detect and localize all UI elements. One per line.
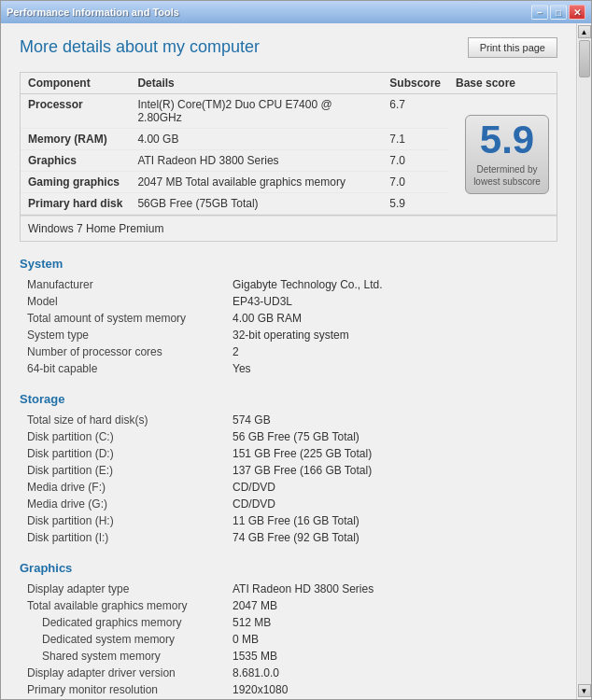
info-label: Disk partition (C:) xyxy=(20,428,225,445)
info-label: DirectX version xyxy=(20,698,225,699)
list-item: Manufacturer Gigabyte Technology Co., Lt… xyxy=(20,276,557,293)
list-item: Dedicated graphics memory 512 MB xyxy=(20,614,557,631)
info-value: 74 GB Free (92 GB Total) xyxy=(225,529,557,546)
list-item: Disk partition (H:) 11 GB Free (16 GB To… xyxy=(20,512,557,529)
row-component: Processor xyxy=(21,94,130,129)
maximize-button[interactable]: □ xyxy=(550,5,567,20)
scroll-up-button[interactable]: ▲ xyxy=(578,25,591,38)
windows-edition: Windows 7 Home Premium xyxy=(21,216,557,241)
info-value: 32-bit operating system xyxy=(225,327,557,343)
col-subscore: Subscore xyxy=(382,73,448,94)
system-info-table: Manufacturer Gigabyte Technology Co., Lt… xyxy=(20,276,557,377)
info-value: 11 GB Free (16 GB Total) xyxy=(225,512,557,529)
info-value: 1535 MB xyxy=(225,648,557,665)
row-details: ATI Radeon HD 3800 Series xyxy=(130,150,382,172)
info-label: Disk partition (I:) xyxy=(20,529,225,546)
info-value: 137 GB Free (166 GB Total) xyxy=(225,462,557,479)
scroll-thumb[interactable] xyxy=(579,40,590,77)
system-section: System Manufacturer Gigabyte Technology … xyxy=(20,257,557,377)
info-value: 0 MB xyxy=(225,631,557,648)
list-item: Disk partition (E:) 137 GB Free (166 GB … xyxy=(20,462,557,479)
graphics-section: Graphics Display adapter type ATI Radeon… xyxy=(20,561,557,699)
scrollbar[interactable]: ▲ ▼ xyxy=(576,23,591,699)
scroll-down-button[interactable]: ▼ xyxy=(578,684,591,697)
info-value: 56 GB Free (75 GB Total) xyxy=(225,428,557,445)
info-value: 574 GB xyxy=(225,412,557,428)
window-title: Performance Information and Tools xyxy=(7,7,179,18)
list-item: DirectX version DirectX 10 xyxy=(20,698,557,699)
list-item: Media drive (F:) CD/DVD xyxy=(20,479,557,496)
info-value: Gigabyte Technology Co., Ltd. xyxy=(225,276,557,293)
page-title: More details about my computer xyxy=(20,37,260,57)
base-score-label: Determined by lowest subscore xyxy=(466,163,548,188)
list-item: Dedicated system memory 0 MB xyxy=(20,631,557,648)
list-item: Disk partition (I:) 74 GB Free (92 GB To… xyxy=(20,529,557,546)
info-value: 151 GB Free (225 GB Total) xyxy=(225,445,557,462)
list-item: Total available graphics memory 2047 MB xyxy=(20,597,557,614)
print-button[interactable]: Print this page xyxy=(468,37,557,58)
list-item: Total amount of system memory 4.00 GB RA… xyxy=(20,310,557,327)
list-item: Disk partition (C:) 56 GB Free (75 GB To… xyxy=(20,428,557,445)
window-controls: − □ ✕ xyxy=(531,5,585,20)
info-label: Total size of hard disk(s) xyxy=(20,412,225,428)
storage-section-title: Storage xyxy=(20,392,557,406)
score-table-wrapper: Component Details Subscore Base score Pr… xyxy=(20,72,557,216)
info-value: EP43-UD3L xyxy=(225,293,557,310)
list-item: Primary monitor resolution 1920x1080 xyxy=(20,681,557,698)
info-label: Total amount of system memory xyxy=(20,310,225,327)
row-details: 2047 MB Total available graphics memory xyxy=(130,172,382,193)
info-label: Disk partition (D:) xyxy=(20,445,225,462)
base-score-value: 5.9 xyxy=(480,120,534,160)
row-subscore: 7.0 xyxy=(382,150,448,172)
list-item: Disk partition (D:) 151 GB Free (225 GB … xyxy=(20,445,557,462)
info-label: Disk partition (E:) xyxy=(20,462,225,479)
graphics-info-table: Display adapter type ATI Radeon HD 3800 … xyxy=(20,581,557,699)
performance-table: Component Details Subscore Base score Pr… xyxy=(21,73,557,215)
row-subscore: 5.9 xyxy=(382,193,448,215)
info-label: Number of processor cores xyxy=(20,343,225,360)
storage-section: Storage Total size of hard disk(s) 574 G… xyxy=(20,392,557,546)
row-subscore: 6.7 xyxy=(382,94,448,129)
col-component: Component xyxy=(21,73,130,94)
info-label: 64-bit capable xyxy=(20,360,225,377)
base-score-badge: 5.9 Determined by lowest subscore xyxy=(465,115,549,194)
list-item: Model EP43-UD3L xyxy=(20,293,557,310)
info-value: 8.681.0.0 xyxy=(225,665,557,681)
row-component: Memory (RAM) xyxy=(21,129,130,150)
main-window: Performance Information and Tools − □ ✕ … xyxy=(0,0,592,700)
info-value: CD/DVD xyxy=(225,479,557,496)
info-label: Dedicated graphics memory xyxy=(20,614,225,631)
info-label: Disk partition (H:) xyxy=(20,512,225,529)
system-section-title: System xyxy=(20,257,557,271)
windows-edition-row: Windows 7 Home Premium xyxy=(20,216,557,242)
list-item: Total size of hard disk(s) 574 GB xyxy=(20,412,557,428)
row-component: Primary hard disk xyxy=(21,193,130,215)
scroll-track[interactable] xyxy=(578,38,591,684)
info-label: System type xyxy=(20,327,225,343)
row-details: Intel(R) Core(TM)2 Duo CPU E7400 @ 2.80G… xyxy=(130,94,382,129)
list-item: 64-bit capable Yes xyxy=(20,360,557,377)
info-value: CD/DVD xyxy=(225,496,557,512)
list-item: Display adapter driver version 8.681.0.0 xyxy=(20,665,557,681)
row-component: Graphics xyxy=(21,150,130,172)
list-item: Number of processor cores 2 xyxy=(20,343,557,360)
info-value: DirectX 10 xyxy=(225,698,557,699)
page-header: More details about my computer Print thi… xyxy=(20,37,557,58)
info-value: 512 MB xyxy=(225,614,557,631)
info-value: Yes xyxy=(225,360,557,377)
minimize-button[interactable]: − xyxy=(531,5,548,20)
table-row: Processor Intel(R) Core(TM)2 Duo CPU E74… xyxy=(21,94,557,129)
title-bar: Performance Information and Tools − □ ✕ xyxy=(1,1,591,23)
list-item: System type 32-bit operating system xyxy=(20,327,557,343)
close-button[interactable]: ✕ xyxy=(569,5,585,20)
info-label: Primary monitor resolution xyxy=(20,681,225,698)
col-basescore: Base score xyxy=(448,73,557,94)
list-item: Shared system memory 1535 MB xyxy=(20,648,557,665)
info-label: Manufacturer xyxy=(20,276,225,293)
row-details: 4.00 GB xyxy=(130,129,382,150)
graphics-section-title: Graphics xyxy=(20,561,557,575)
row-subscore: 7.1 xyxy=(382,129,448,150)
info-label: Total available graphics memory xyxy=(20,597,225,614)
performance-score-section: Component Details Subscore Base score Pr… xyxy=(20,72,557,242)
info-value: 4.00 GB RAM xyxy=(225,310,557,327)
